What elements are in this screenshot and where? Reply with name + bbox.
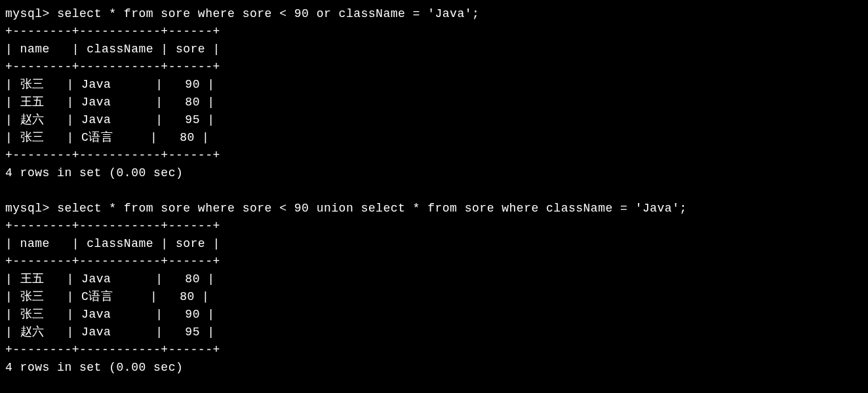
table1-row: | 张三 | Java | 90 |: [5, 76, 863, 94]
status-line-1: 4 rows in set (0.00 sec): [5, 164, 863, 182]
table2-row: | 王五 | Java | 80 |: [5, 271, 863, 288]
table2-border-top: +--------+-----------+------+: [5, 217, 863, 235]
blank-line: [5, 182, 863, 200]
table1-row: | 赵六 | Java | 95 |: [5, 111, 863, 129]
mysql-prompt: mysql>: [5, 7, 57, 20]
table1-row: | 张三 | C语言 | 80 |: [5, 129, 863, 147]
table1-header: | name | className | sore |: [5, 41, 863, 58]
table1-border-top: +--------+-----------+------+: [5, 23, 863, 41]
table2-border-mid: +--------+-----------+------+: [5, 253, 863, 271]
table2-row: | 赵六 | Java | 95 |: [5, 324, 863, 341]
sql-query-2: select * from sore where sore < 90 union…: [57, 202, 687, 215]
table2-header: | name | className | sore |: [5, 235, 863, 253]
table1-row: | 王五 | Java | 80 |: [5, 94, 863, 111]
status-line-2: 4 rows in set (0.00 sec): [5, 359, 863, 377]
query-line-2: mysql> select * from sore where sore < 9…: [5, 200, 863, 217]
table2-row: | 张三 | C语言 | 80 |: [5, 288, 863, 306]
query-line-1: mysql> select * from sore where sore < 9…: [5, 5, 863, 23]
table2-border-bot: +--------+-----------+------+: [5, 341, 863, 359]
table1-border-bot: +--------+-----------+------+: [5, 147, 863, 164]
mysql-prompt: mysql>: [5, 202, 57, 215]
sql-query-1: select * from sore where sore < 90 or cl…: [57, 7, 479, 20]
table1-border-mid: +--------+-----------+------+: [5, 58, 863, 76]
table2-row: | 张三 | Java | 90 |: [5, 306, 863, 324]
